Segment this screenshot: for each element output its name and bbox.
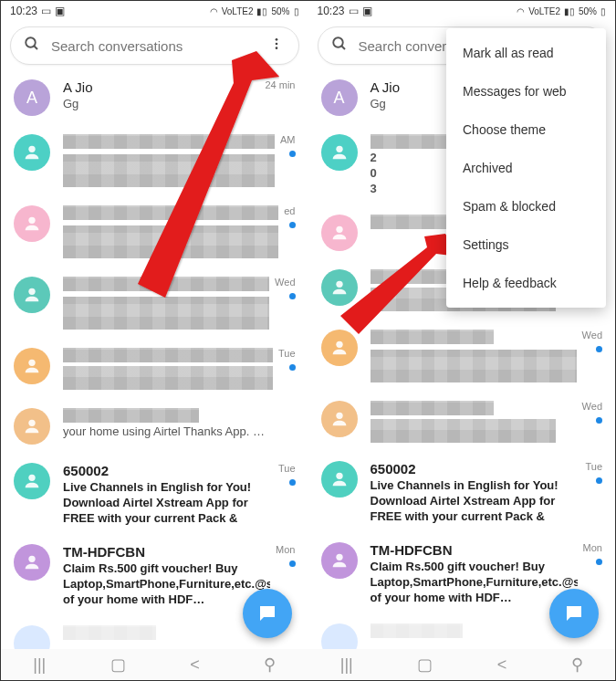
- unread-dot: [289, 364, 296, 371]
- redacted-content: [63, 348, 273, 362]
- lte-icon: VoLTE2: [528, 6, 560, 16]
- timestamp: Tue: [278, 348, 296, 359]
- svg-point-15: [333, 37, 343, 47]
- svg-point-9: [28, 420, 35, 426]
- nav-back[interactable]: <: [190, 655, 200, 675]
- nav-home[interactable]: ▢: [110, 655, 126, 675]
- unread-dot: [596, 559, 602, 565]
- contact-name: TM-HDFCBN: [371, 542, 578, 558]
- svg-rect-14: [263, 613, 269, 614]
- avatar: [14, 408, 50, 445]
- menu-archived[interactable]: Archived: [446, 149, 606, 187]
- redacted-content: [371, 401, 495, 415]
- timestamp: AM: [280, 134, 296, 145]
- wifi-icon: ◠: [517, 6, 525, 16]
- timestamp: ed: [284, 205, 295, 216]
- avatar: A: [321, 79, 358, 116]
- svg-point-10: [28, 475, 35, 481]
- svg-point-21: [336, 226, 342, 233]
- conversation-item[interactable]: your home using Airtel Thanks App. …: [1, 399, 308, 454]
- status-icon: ▭: [41, 5, 51, 17]
- unread-dot: [289, 293, 296, 299]
- avatar: [321, 542, 358, 579]
- message-snippet: Live Channels in English for You! Downlo…: [371, 478, 580, 524]
- redacted-content: [371, 623, 464, 638]
- svg-point-7: [28, 288, 35, 295]
- timestamp: Mon: [583, 542, 602, 553]
- avatar: [14, 134, 50, 171]
- lte-icon: VoLTE2: [222, 6, 254, 16]
- menu-choose-theme[interactable]: Choose theme: [446, 110, 606, 149]
- svg-point-26: [336, 554, 342, 561]
- menu-settings[interactable]: Settings: [446, 225, 606, 264]
- svg-point-2: [275, 38, 277, 41]
- unread-dot: [289, 222, 296, 228]
- nav-back[interactable]: <: [497, 655, 507, 675]
- avatar: A: [14, 79, 50, 116]
- menu-mark-all-read[interactable]: Mark all as read: [446, 34, 606, 72]
- battery-icon: ▯: [294, 6, 299, 16]
- phone-left: 10:23 ▭ ▣ ◠ VoLTE2 ▮▯ 50% ▯ A A Jio Gg 2…: [1, 1, 308, 680]
- status-icon: ▣: [55, 5, 65, 17]
- status-time: 10:23: [10, 5, 37, 17]
- svg-point-3: [275, 43, 277, 46]
- battery-icon: ▯: [600, 6, 606, 16]
- message-snippet: Claim Rs.500 gift voucher! Buy Laptop,Sm…: [63, 561, 270, 607]
- conversation-item[interactable]: 650002 Live Channels in English for You!…: [308, 452, 616, 533]
- svg-marker-27: [340, 234, 459, 334]
- signal-icon: ▮▯: [256, 6, 267, 16]
- contact-name: 650002: [371, 461, 580, 477]
- unread-dot: [596, 346, 602, 352]
- status-bar: 10:23 ▭ ▣ ◠ VoLTE2 ▮▯ 50% ▯: [308, 1, 616, 21]
- svg-marker-12: [138, 51, 279, 298]
- avatar: [321, 330, 358, 366]
- svg-point-8: [28, 360, 35, 366]
- avatar: [14, 544, 50, 581]
- svg-rect-28: [569, 610, 579, 612]
- conversation-item[interactable]: Wed: [308, 392, 616, 452]
- new-message-fab[interactable]: [549, 589, 599, 638]
- message-snippet: Claim Rs.500 gift voucher! Buy Laptop,Sm…: [371, 560, 578, 605]
- timestamp: Tue: [585, 461, 602, 472]
- status-icon: ▣: [362, 5, 372, 17]
- svg-point-11: [28, 556, 35, 562]
- avatar: [14, 463, 50, 499]
- nav-accessibility[interactable]: ⚲: [571, 655, 583, 675]
- redacted-content: [371, 350, 577, 382]
- menu-help-feedback[interactable]: Help & feedback: [446, 264, 606, 302]
- message-snippet: your home using Airtel Thanks App. …: [63, 424, 290, 440]
- unread-dot: [596, 477, 602, 484]
- search-icon: [331, 36, 348, 56]
- contact-name: TM-HDFCBN: [63, 544, 270, 560]
- avatar: [14, 205, 50, 242]
- unread-dot: [596, 417, 602, 424]
- svg-rect-29: [569, 613, 576, 614]
- unread-dot: [289, 479, 296, 486]
- nav-accessibility[interactable]: ⚲: [264, 655, 276, 675]
- redacted-content: [63, 625, 156, 640]
- svg-line-16: [341, 46, 345, 49]
- conversation-item[interactable]: Tue: [1, 339, 308, 399]
- status-icon: ▭: [349, 5, 359, 17]
- avatar: [321, 401, 358, 437]
- nav-home[interactable]: ▢: [417, 655, 433, 675]
- timestamp: Tue: [278, 463, 296, 474]
- redacted-content: [63, 297, 269, 330]
- svg-point-25: [336, 473, 342, 479]
- unread-dot: [289, 151, 296, 157]
- annotation-arrow: [340, 234, 459, 334]
- svg-point-24: [336, 413, 342, 419]
- new-message-fab[interactable]: [243, 589, 292, 638]
- nav-recents[interactable]: |||: [340, 655, 353, 675]
- phone-right: 10:23 ▭ ▣ ◠ VoLTE2 ▮▯ 50% ▯ A A Jio Gg: [308, 1, 616, 680]
- nav-recents[interactable]: |||: [33, 655, 46, 675]
- battery-label: 50%: [271, 6, 289, 16]
- status-time: 10:23: [318, 5, 345, 17]
- timestamp: Wed: [582, 330, 602, 340]
- menu-spam-blocked[interactable]: Spam & blocked: [446, 187, 606, 225]
- overflow-menu: Mark all as read Messages for web Choose…: [446, 28, 606, 308]
- annotation-arrow: [88, 51, 279, 298]
- conversation-item[interactable]: 650002 Live Channels in English for You!…: [1, 454, 308, 535]
- menu-messages-for-web[interactable]: Messages for web: [446, 72, 606, 110]
- unread-dot: [289, 561, 296, 567]
